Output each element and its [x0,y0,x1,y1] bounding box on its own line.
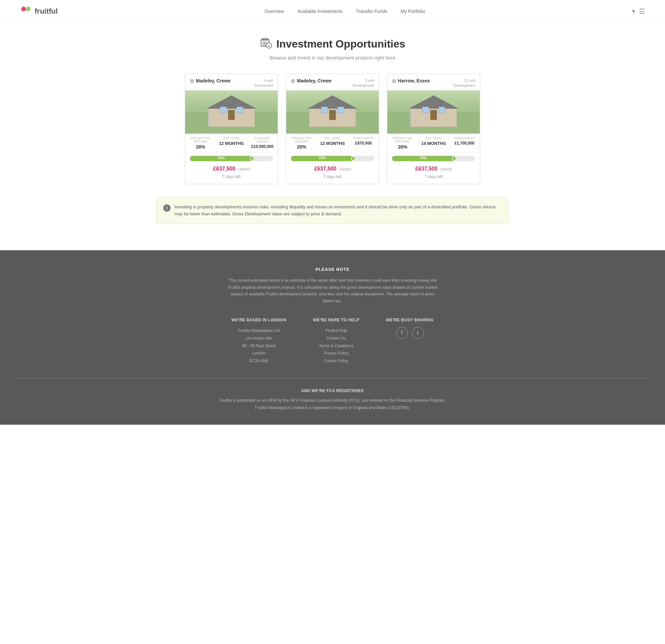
card-location-text-0: Madeley, Crewe [196,78,230,83]
site-footer: PLEASE NOTE *The current estimated retur… [0,250,665,425]
footer-col-london: WE'RE BASED IN LONDON Fruitful Marketpla… [231,318,286,365]
nav-transfer-funds[interactable]: Transfer Funds [356,8,387,14]
footer-col1-title: WE'RE BASED IN LONDON [231,318,286,322]
progress-fill-2: 75% [392,156,455,161]
house-scene-0 [185,91,278,134]
card-progress-2: 75% [387,153,480,163]
footer-col-social: WE'RE BUSY SHARING f t [386,318,434,365]
card-image-2 [387,91,480,134]
stat-term-0: EST TERM 12 MONTHS [216,134,247,152]
card-location-0: ◎ Madeley, Crewe [190,78,230,83]
footer-link-terms[interactable]: Terms & Conditions [313,342,359,350]
footer-link-privacy[interactable]: Privacy Policy [313,350,359,357]
facebook-button[interactable]: f [396,327,408,339]
card-progress-0: 75% [185,153,278,163]
disclaimer-text: Investing in property developments invol… [174,204,502,218]
card-location-text-2: Harrow, Essex [398,78,430,83]
svg-point-0 [21,7,26,11]
investment-cards: ◎ Madeley, Crewe 4 unit Conversion [156,74,509,184]
twitter-button[interactable]: t [412,327,424,339]
pin-icon-0: ◎ [190,78,194,83]
house-window-left-2 [422,107,429,113]
pin-icon-1: ◎ [291,78,295,83]
card-raised-2: £637,500 raised [387,163,480,173]
house-window-right-1 [338,107,344,113]
card-location-text-1: Madeley, Crewe [297,78,331,83]
disclaimer-box: ! Investing in property developments inv… [156,197,509,224]
card-days-2: 7 days left [387,173,480,184]
logo[interactable]: fruitful [20,5,58,17]
house-body-2 [410,109,457,127]
card-progress-1: 75% [286,153,379,163]
progress-bar-0: 75% [190,156,273,161]
progress-dot-0 [250,156,254,161]
progress-dot-2 [452,156,457,161]
site-header: fruitful Overview Available Investments … [0,0,665,23]
stat-return-2: PROJECTED RETURN 26% [387,134,418,152]
card-location-2: ◎ Harrow, Essex [392,78,430,83]
house-body-0 [208,109,255,127]
investment-card-1[interactable]: ◎ Madeley, Crewe 5 unit Development [286,74,379,184]
logo-icon [20,5,32,17]
page-header: £ Investment Opportunities Browse and in… [156,36,509,60]
svg-text:£: £ [268,44,270,47]
footer-columns: WE'RE BASED IN LONDON Fruitful Marketpla… [13,318,652,365]
progress-dot-1 [351,156,356,161]
card-type-2: 12 unit Development [454,78,475,89]
investment-card-0[interactable]: ◎ Madeley, Crewe 4 unit Conversion [185,74,278,184]
stat-term-2: EST TERM 14 MONTHS [418,134,449,152]
card-raised-0: £637,500 raised [185,163,278,173]
card-stats-1: PROJECTED RETURN 25% EST TERM 12 MONTHS … [286,134,379,153]
house-scene-1 [286,91,379,134]
house-window-right-2 [439,107,445,113]
card-raised-1: £637,500 raised [286,163,379,173]
card-days-0: 7 days left [185,173,278,184]
house-door-1 [329,110,336,120]
footer-link-help[interactable]: Fruitful Help [313,327,359,335]
page-title-text: Investment Opportunities [276,38,405,50]
nav-available-investments[interactable]: Available Investments [297,8,342,14]
card-header-2: ◎ Harrow, Essex 12 unit Development [387,74,480,91]
house-door-2 [430,110,437,120]
footer-fca: AND WE'RE FCA REGISTERED Fruitful is aut… [13,378,652,411]
footer-col-help: WE'RE HERE TO HELP Fruitful Help Contact… [313,318,359,365]
house-roof-2 [408,95,458,109]
page-title: £ Investment Opportunities [156,36,509,52]
card-header-0: ◎ Madeley, Crewe 4 unit Conversion [185,74,278,91]
stat-return-1: PROJECTED RETURN 25% [286,134,317,152]
hamburger-icon[interactable]: ☰ [639,7,645,15]
nav-my-portfolio[interactable]: My Portfolio [401,8,425,14]
house-window-left-0 [220,107,227,113]
progress-bar-2: 75% [392,156,475,161]
card-stats-0: PROJECTED RETURN 28% EST TERM 12 MONTHS … [185,134,278,153]
card-location-1: ◎ Madeley, Crewe [291,78,331,83]
please-note-title: PLEASE NOTE [13,267,652,272]
please-note-text: *The current estimated return is an esti… [225,277,440,305]
stat-term-1: EST TERM 12 MONTHS [317,134,348,152]
card-days-1: 7 days left [286,173,379,184]
fca-line-2: Fruitful Marketplace Limited is a regist… [13,405,652,412]
nav-overview[interactable]: Overview [265,8,284,14]
social-icons: f t [386,327,434,339]
card-image-1 [286,91,379,134]
house-body-1 [309,109,356,127]
house-window-right-0 [236,107,243,113]
chevron-down-icon[interactable]: ▾ [632,8,635,15]
main-nav: Overview Available Investments Transfer … [265,8,425,14]
footer-link-contact[interactable]: Contact Us [313,335,359,342]
house-window-left-1 [321,107,328,113]
footer-col3-title: WE'RE BUSY SHARING [386,318,434,322]
house-door-0 [228,110,235,120]
page-subtitle: Browse and invest in our development pro… [156,55,509,60]
card-stats-2: PROJECTED RETURN 26% EST TERM 14 MONTHS … [387,134,480,153]
footer-link-cookie[interactable]: Cookie Policy [313,357,359,365]
fca-title: AND WE'RE FCA REGISTERED [13,388,652,393]
progress-bar-1: 75% [291,156,374,161]
stat-investment-1: INVESTMENT £870,000 [348,134,379,152]
card-image-0 [185,91,278,134]
stat-return-0: PROJECTED RETURN 28% [185,134,216,152]
investments-icon: £ [260,36,272,52]
house-scene-2 [387,91,480,134]
main-content: £ Investment Opportunities Browse and in… [150,23,515,250]
investment-card-2[interactable]: ◎ Harrow, Essex 12 unit Development [387,74,480,184]
